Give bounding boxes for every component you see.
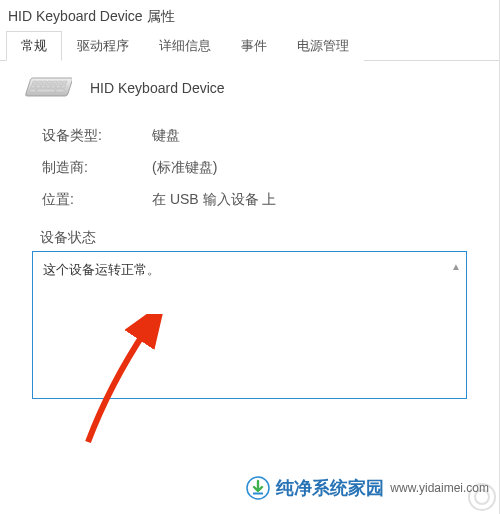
device-status-text[interactable] xyxy=(32,251,467,399)
tab-general[interactable]: 常规 xyxy=(6,31,62,61)
svg-rect-16 xyxy=(36,89,55,92)
device-fields: 设备类型: 键盘 制造商: (标准键盘) 位置: 在 USB 输入设备 上 xyxy=(42,127,477,209)
tab-content: HID Keyboard Device 设备类型: 键盘 制造商: (标准键盘)… xyxy=(0,61,499,402)
download-icon xyxy=(246,476,270,500)
device-status-wrap: ▲ xyxy=(32,251,467,402)
watermark-brand: 纯净系统家园 xyxy=(276,476,384,500)
svg-rect-19 xyxy=(253,493,263,495)
svg-rect-11 xyxy=(46,85,51,88)
watermark-url: www.yidaimei.com xyxy=(390,481,489,495)
watermark: 纯净系统家园 www.yidaimei.com xyxy=(246,476,499,500)
manufacturer-value: (标准键盘) xyxy=(152,159,477,177)
device-header: HID Keyboard Device xyxy=(22,75,477,101)
field-device-type: 设备类型: 键盘 xyxy=(42,127,477,145)
tab-events[interactable]: 事件 xyxy=(226,31,282,61)
device-status-label: 设备状态 xyxy=(40,229,477,247)
svg-rect-4 xyxy=(47,81,52,84)
field-manufacturer: 制造商: (标准键盘) xyxy=(42,159,477,177)
location-label: 位置: xyxy=(42,191,152,209)
properties-window: HID Keyboard Device 属性 常规 驱动程序 详细信息 事件 电… xyxy=(0,0,500,514)
svg-rect-17 xyxy=(55,89,64,92)
field-location: 位置: 在 USB 输入设备 上 xyxy=(42,191,477,209)
keyboard-icon xyxy=(22,75,72,101)
svg-rect-15 xyxy=(29,89,36,92)
svg-rect-14 xyxy=(61,85,66,88)
device-type-value: 键盘 xyxy=(152,127,477,145)
device-type-label: 设备类型: xyxy=(42,127,152,145)
svg-rect-12 xyxy=(51,85,56,88)
tab-details[interactable]: 详细信息 xyxy=(144,31,226,61)
svg-rect-1 xyxy=(32,81,37,84)
tab-power[interactable]: 电源管理 xyxy=(282,31,364,61)
svg-rect-9 xyxy=(36,85,41,88)
device-name: HID Keyboard Device xyxy=(90,80,225,96)
svg-rect-5 xyxy=(52,81,57,84)
location-value: 在 USB 输入设备 上 xyxy=(152,191,477,209)
tab-driver[interactable]: 驱动程序 xyxy=(62,31,144,61)
manufacturer-label: 制造商: xyxy=(42,159,152,177)
svg-rect-7 xyxy=(62,81,67,84)
svg-rect-2 xyxy=(37,81,42,84)
svg-rect-3 xyxy=(42,81,47,84)
svg-rect-13 xyxy=(56,85,61,88)
svg-rect-10 xyxy=(41,85,46,88)
window-title: HID Keyboard Device 属性 xyxy=(0,0,499,32)
tab-bar: 常规 驱动程序 详细信息 事件 电源管理 xyxy=(0,32,499,61)
svg-rect-6 xyxy=(57,81,62,84)
svg-rect-8 xyxy=(31,85,36,88)
